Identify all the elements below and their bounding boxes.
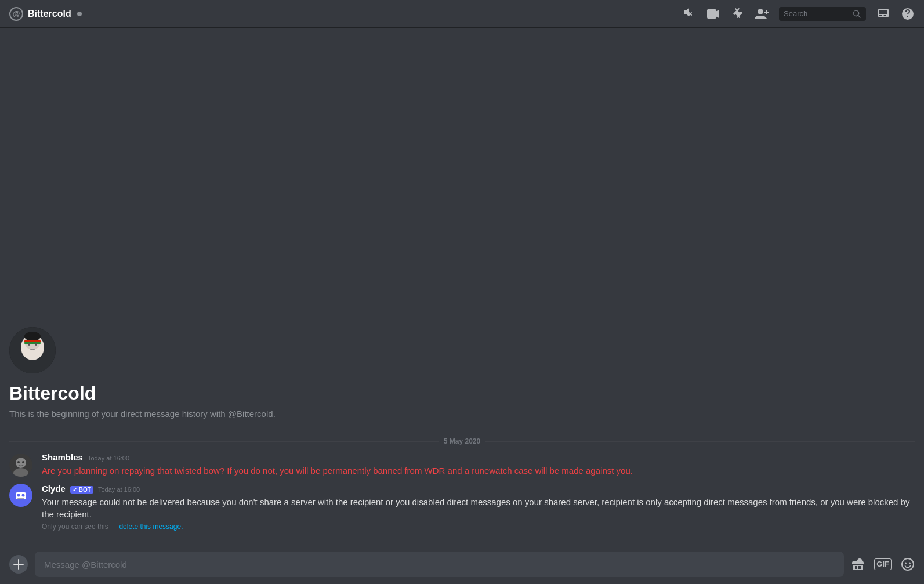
shambles-avatar <box>9 454 32 477</box>
dm-avatar-image <box>9 327 56 373</box>
messages-area: Bittercold This is the beginning of your… <box>0 28 924 545</box>
system-note: Only you can see this — delete this mess… <box>42 523 915 531</box>
add-friend-icon[interactable] <box>755 7 769 21</box>
dm-avatar <box>9 327 56 373</box>
dm-description-text-end: . <box>273 409 276 419</box>
dm-avatar-container <box>9 327 915 373</box>
clyde-avatar <box>9 484 32 507</box>
svg-point-9 <box>16 458 26 468</box>
only-you-text: Only you can see this — <box>42 523 119 531</box>
plus-icon <box>13 559 24 570</box>
dm-name: Bittercold <box>9 383 915 404</box>
shambles-message-text: Are you planning on repaying that twiste… <box>42 465 915 477</box>
search-icon <box>852 9 861 19</box>
svg-point-12 <box>22 461 24 463</box>
date-divider-text: 5 May 2020 <box>444 437 480 445</box>
message-input-box[interactable]: Message @Bittercold <box>35 552 844 577</box>
input-area: Message @Bittercold GIF <box>0 545 924 584</box>
date-divider-line-right <box>485 441 915 442</box>
video-icon[interactable] <box>706 7 720 21</box>
delete-message-link[interactable]: delete this message. <box>119 523 183 531</box>
header: @ Bittercold Search <box>0 0 924 28</box>
dm-mention: @Bittercold <box>228 409 273 419</box>
svg-point-11 <box>17 461 20 463</box>
svg-point-6 <box>28 343 30 346</box>
shambles-timestamp: Today at 16:00 <box>88 455 129 462</box>
date-divider: 5 May 2020 <box>0 433 924 450</box>
gift-icon[interactable] <box>851 557 865 571</box>
svg-rect-5 <box>24 342 41 344</box>
clyde-message-content: Clyde ✓ BOT Today at 16:00 Your message … <box>42 484 915 531</box>
header-title: Bittercold <box>28 9 71 19</box>
bot-badge: ✓ BOT <box>70 486 93 494</box>
dm-at-icon: @ <box>9 7 23 21</box>
bottom-spacer <box>0 535 924 545</box>
svg-point-18 <box>902 558 914 570</box>
clyde-author: Clyde <box>42 484 66 494</box>
gif-icon[interactable]: GIF <box>874 558 892 570</box>
svg-point-19 <box>905 563 907 564</box>
svg-point-7 <box>35 343 37 346</box>
shambles-author: Shambles <box>42 452 83 462</box>
svg-point-3 <box>24 332 41 341</box>
search-bar[interactable]: Search <box>779 7 866 21</box>
clyde-message-header: Clyde ✓ BOT Today at 16:00 <box>42 484 915 494</box>
message-group-clyde: Clyde ✓ BOT Today at 16:00 Your message … <box>0 479 924 535</box>
help-icon[interactable] <box>901 7 915 21</box>
svg-point-15 <box>17 494 20 497</box>
clyde-timestamp: Today at 16:00 <box>98 486 140 493</box>
bot-badge-check: ✓ <box>73 487 77 493</box>
svg-rect-17 <box>17 498 24 499</box>
shambles-message-header: Shambles Today at 16:00 <box>42 452 915 462</box>
svg-point-20 <box>909 563 911 564</box>
emoji-icon[interactable] <box>901 557 915 571</box>
input-right-icons: GIF <box>851 557 915 571</box>
header-right: Search <box>682 7 915 21</box>
pin-icon[interactable] <box>730 7 744 21</box>
message-group-shambles: Shambles Today at 16:00 Are you planning… <box>0 450 924 479</box>
clyde-avatar-image <box>13 487 29 503</box>
add-attachment-button[interactable] <box>9 555 28 574</box>
dm-description: This is the beginning of your direct mes… <box>9 409 915 419</box>
dm-description-text-start: This is the beginning of your direct mes… <box>9 409 228 419</box>
inbox-icon[interactable] <box>876 7 890 21</box>
date-divider-line-left <box>9 441 439 442</box>
header-status-dot <box>77 12 82 16</box>
header-left: @ Bittercold <box>9 7 682 21</box>
message-input-placeholder: Message @Bittercold <box>44 560 127 570</box>
shambles-message-content: Shambles Today at 16:00 Are you planning… <box>42 452 915 477</box>
shambles-avatar-image <box>9 454 32 477</box>
bot-badge-text: BOT <box>79 487 91 493</box>
main-content: Bittercold This is the beginning of your… <box>0 28 924 584</box>
clyde-message-text: Your message could not be delivered beca… <box>42 496 915 520</box>
mute-icon[interactable] <box>682 7 695 21</box>
svg-point-16 <box>22 494 25 497</box>
search-placeholder: Search <box>784 9 849 18</box>
dm-intro: Bittercold This is the beginning of your… <box>0 318 924 433</box>
